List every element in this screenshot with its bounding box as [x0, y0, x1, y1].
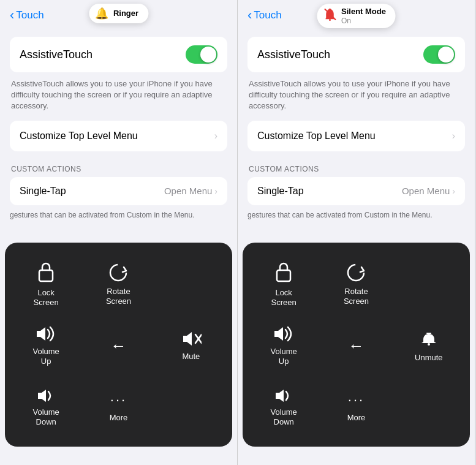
assistive-touch-toggle-1[interactable]: [186, 45, 217, 64]
svg-marker-14: [276, 390, 284, 402]
footer-text-1: gestures that can be activated from Cust…: [0, 205, 237, 225]
rotate-screen-label-2: RotateScreen: [344, 287, 369, 307]
back-button-1[interactable]: ‹ Touch: [10, 9, 44, 22]
volume-up-icon-1: [34, 325, 58, 343]
menu-item-rotate-screen-1[interactable]: RotateScreen: [94, 256, 143, 313]
menu-item-volume-down-1[interactable]: VolumeDown: [21, 382, 70, 434]
svg-marker-2: [37, 327, 45, 341]
back-label-1[interactable]: Touch: [16, 9, 43, 21]
menu-item-arrow-1[interactable]: ←: [94, 330, 143, 361]
notif-title-1: Ringer: [113, 9, 138, 18]
assistive-touch-label-1: AssistiveTouch: [20, 48, 93, 61]
back-chevron-icon-2: ‹: [247, 9, 252, 22]
menu-grid-2: LockScreen RotateScreen: [249, 255, 464, 437]
volume-up-icon-2: [272, 325, 295, 343]
assistive-menu-2: LockScreen RotateScreen: [243, 243, 470, 447]
bell-muted-icon-2: [323, 7, 336, 24]
lock-icon-1: [36, 261, 56, 284]
assistive-touch-label-2: AssistiveTouch: [257, 48, 330, 61]
mute-label-1: Mute: [182, 352, 200, 361]
open-menu-wrap-1: Open Menu ›: [164, 186, 217, 196]
notif-subtitle-2: On: [341, 17, 386, 25]
menu-item-volume-up-1[interactable]: VolumeUp: [21, 319, 70, 373]
settings-content-1: AssistiveTouch AssistiveTouch allows you…: [0, 37, 237, 205]
volume-down-icon-2: [274, 388, 293, 404]
single-tap-row-2[interactable]: Single-Tap Open Menu ›: [247, 177, 465, 205]
single-tap-row-1[interactable]: Single-Tap Open Menu ›: [10, 177, 227, 205]
rotate-screen-label-1: RotateScreen: [106, 287, 131, 307]
custom-actions-label-2: CUSTOM ACTIONS: [247, 165, 465, 173]
menu-item-volume-up-2[interactable]: VolumeUp: [259, 319, 308, 373]
customize-label-2: Customize Top Level Menu: [257, 130, 376, 142]
back-label-2[interactable]: Touch: [254, 9, 281, 21]
volume-up-label-1: VolumeUp: [32, 347, 59, 367]
menu-grid-1: LockScreen RotateScreen: [11, 255, 226, 437]
assistive-touch-toggle-2[interactable]: [423, 45, 455, 64]
action-chevron-icon-2: ›: [452, 186, 455, 196]
more-label-1: More: [110, 413, 128, 423]
settings-content-2: AssistiveTouch AssistiveTouch allows you…: [238, 37, 475, 205]
single-tap-label-2: Single-Tap: [257, 186, 304, 197]
chevron-right-icon-1: ›: [214, 130, 217, 142]
volume-up-label-2: VolumeUp: [270, 347, 297, 367]
menu-item-more-2[interactable]: ··· More: [331, 386, 380, 429]
customize-row-2[interactable]: Customize Top Level Menu ›: [247, 121, 465, 151]
header-1: ‹ Touch 🔔 Ringer: [0, 0, 237, 27]
open-menu-label-2: Open Menu: [402, 186, 450, 196]
toggle-knob-1: [200, 47, 216, 62]
lock-icon-2: [274, 261, 293, 284]
menu-item-lock-screen-2[interactable]: LockScreen: [259, 255, 308, 314]
svg-point-7: [329, 19, 331, 21]
notif-title-2: Silent Mode: [341, 7, 386, 17]
custom-actions-label-1: CUSTOM ACTIONS: [10, 165, 227, 173]
dots-icon-2: ···: [348, 392, 365, 408]
lock-screen-label-2: LockScreen: [271, 288, 297, 308]
panel-ringer: ‹ Touch 🔔 Ringer AssistiveTouch Assistiv…: [0, 0, 238, 465]
volume-down-icon-1: [37, 388, 55, 404]
menu-item-unmute-2[interactable]: Unmute: [404, 322, 453, 369]
rotate-icon-1: [108, 262, 129, 283]
chevron-right-icon-2: ›: [452, 130, 455, 142]
notification-popup-2: Silent Mode On: [317, 4, 396, 28]
back-chevron-icon-1: ‹: [10, 9, 14, 22]
lock-screen-label-1: LockScreen: [34, 288, 59, 308]
action-chevron-icon-1: ›: [214, 186, 217, 196]
svg-rect-9: [277, 270, 290, 281]
assistive-desc-1: AssistiveTouch allows you to use your iP…: [10, 78, 227, 112]
arrow-left-icon-2: ←: [348, 336, 364, 355]
open-menu-wrap-2: Open Menu ›: [402, 186, 455, 196]
menu-item-volume-down-2[interactable]: VolumeDown: [259, 382, 308, 434]
unmute-icon-2: [418, 328, 439, 349]
customize-label-1: Customize Top Level Menu: [20, 130, 138, 142]
mute-icon-1: [181, 330, 202, 348]
svg-rect-0: [39, 270, 53, 281]
assistive-touch-row-2: AssistiveTouch: [247, 37, 465, 72]
notif-text-2: Silent Mode On: [341, 7, 386, 25]
back-button-2[interactable]: ‹ Touch: [247, 9, 282, 22]
notif-text-1: Ringer: [113, 9, 138, 18]
menu-item-more-1[interactable]: ··· More: [94, 386, 143, 429]
svg-marker-3: [183, 332, 192, 346]
menu-item-rotate-screen-2[interactable]: RotateScreen: [331, 256, 380, 313]
notification-popup-1: 🔔 Ringer: [89, 4, 148, 23]
assistive-menu-1: LockScreen RotateScreen: [5, 243, 232, 447]
menu-item-mute-1[interactable]: Mute: [167, 323, 216, 368]
bell-icon-1: 🔔: [95, 7, 108, 20]
menu-item-arrow-2[interactable]: ←: [331, 330, 380, 361]
volume-down-label-1: VolumeDown: [32, 407, 59, 428]
toggle-knob-2: [438, 47, 454, 62]
rotate-icon-2: [346, 262, 366, 283]
assistive-touch-row-1: AssistiveTouch: [10, 37, 227, 72]
header-2: ‹ Touch Silent Mode On: [238, 0, 475, 27]
dots-icon-1: ···: [110, 392, 127, 408]
arrow-left-icon-1: ←: [110, 336, 126, 355]
single-tap-label-1: Single-Tap: [20, 186, 66, 197]
volume-down-label-2: VolumeDown: [270, 407, 297, 428]
open-menu-label-1: Open Menu: [164, 186, 212, 196]
menu-item-lock-screen-1[interactable]: LockScreen: [21, 255, 70, 314]
footer-text-2: gestures that can be activated from Cust…: [238, 205, 475, 225]
more-label-2: More: [347, 413, 366, 423]
customize-row-1[interactable]: Customize Top Level Menu ›: [10, 121, 227, 151]
unmute-label-2: Unmute: [415, 353, 443, 363]
panel-silent: ‹ Touch Silent Mode On AssistiveTouch As…: [238, 0, 475, 465]
